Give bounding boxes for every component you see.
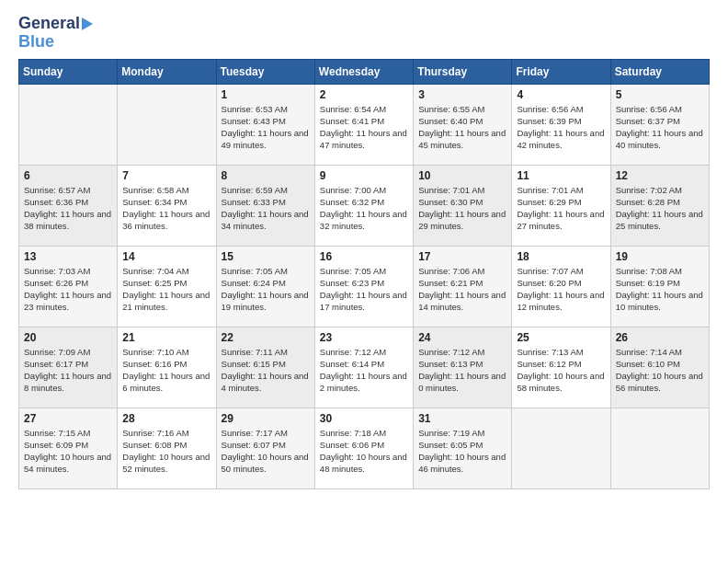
day-info: Sunrise: 6:58 AMSunset: 6:34 PMDaylight:… <box>122 184 210 233</box>
calendar-cell: 29Sunrise: 7:17 AMSunset: 6:07 PMDayligh… <box>216 408 314 488</box>
col-header-saturday: Saturday <box>610 59 709 84</box>
day-info: Sunrise: 7:11 AMSunset: 6:15 PMDaylight:… <box>222 346 310 395</box>
day-number: 5 <box>616 88 704 101</box>
calendar-cell: 27Sunrise: 7:15 AMSunset: 6:09 PMDayligh… <box>19 408 118 488</box>
logo-blue: Blue <box>18 33 54 52</box>
calendar-cell: 15Sunrise: 7:05 AMSunset: 6:24 PMDayligh… <box>216 246 314 327</box>
calendar-cell <box>118 84 216 165</box>
calendar-cell: 21Sunrise: 7:10 AMSunset: 6:16 PMDayligh… <box>118 327 216 408</box>
calendar-cell: 18Sunrise: 7:07 AMSunset: 6:20 PMDayligh… <box>512 246 610 327</box>
day-number: 29 <box>222 412 310 425</box>
day-info: Sunrise: 7:08 AMSunset: 6:19 PMDaylight:… <box>616 265 704 314</box>
day-info: Sunrise: 7:14 AMSunset: 6:10 PMDaylight:… <box>616 346 704 395</box>
day-info: Sunrise: 7:09 AMSunset: 6:17 PMDaylight:… <box>24 346 112 395</box>
calendar-cell: 11Sunrise: 7:01 AMSunset: 6:29 PMDayligh… <box>512 165 610 246</box>
calendar-cell: 28Sunrise: 7:16 AMSunset: 6:08 PMDayligh… <box>118 408 216 488</box>
day-info: Sunrise: 7:12 AMSunset: 6:13 PMDaylight:… <box>418 346 506 395</box>
day-number: 25 <box>517 331 605 344</box>
day-number: 4 <box>517 88 605 101</box>
day-number: 2 <box>320 88 408 101</box>
day-info: Sunrise: 6:57 AMSunset: 6:36 PMDaylight:… <box>24 184 112 233</box>
calendar-cell: 6Sunrise: 6:57 AMSunset: 6:36 PMDaylight… <box>19 165 118 246</box>
day-number: 14 <box>122 250 210 263</box>
day-number: 27 <box>24 412 112 425</box>
calendar-cell <box>610 408 709 488</box>
day-info: Sunrise: 7:07 AMSunset: 6:20 PMDaylight:… <box>517 265 605 314</box>
day-number: 19 <box>616 250 704 263</box>
col-header-wednesday: Wednesday <box>314 59 413 84</box>
calendar-week-1: 1Sunrise: 6:53 AMSunset: 6:43 PMDaylight… <box>19 84 710 165</box>
calendar-cell: 26Sunrise: 7:14 AMSunset: 6:10 PMDayligh… <box>610 327 709 408</box>
day-info: Sunrise: 7:03 AMSunset: 6:26 PMDaylight:… <box>24 265 112 314</box>
col-header-sunday: Sunday <box>19 59 118 84</box>
day-number: 18 <box>517 250 605 263</box>
day-info: Sunrise: 7:18 AMSunset: 6:06 PMDaylight:… <box>320 427 408 476</box>
calendar-cell: 16Sunrise: 7:05 AMSunset: 6:23 PMDayligh… <box>314 246 413 327</box>
day-info: Sunrise: 7:17 AMSunset: 6:07 PMDaylight:… <box>222 427 310 476</box>
day-info: Sunrise: 6:56 AMSunset: 6:39 PMDaylight:… <box>517 103 605 152</box>
calendar-cell: 1Sunrise: 6:53 AMSunset: 6:43 PMDaylight… <box>216 84 314 165</box>
calendar-week-4: 20Sunrise: 7:09 AMSunset: 6:17 PMDayligh… <box>19 327 710 408</box>
calendar-cell: 31Sunrise: 7:19 AMSunset: 6:05 PMDayligh… <box>414 408 512 488</box>
day-number: 13 <box>24 250 112 263</box>
calendar-cell: 14Sunrise: 7:04 AMSunset: 6:25 PMDayligh… <box>118 246 216 327</box>
calendar-cell: 30Sunrise: 7:18 AMSunset: 6:06 PMDayligh… <box>314 408 413 488</box>
col-header-tuesday: Tuesday <box>216 59 314 84</box>
day-number: 11 <box>517 169 605 182</box>
calendar-cell: 10Sunrise: 7:01 AMSunset: 6:30 PMDayligh… <box>414 165 512 246</box>
calendar-cell: 24Sunrise: 7:12 AMSunset: 6:13 PMDayligh… <box>414 327 512 408</box>
logo-arrow-icon <box>82 17 93 30</box>
col-header-thursday: Thursday <box>414 59 512 84</box>
day-number: 16 <box>320 250 408 263</box>
day-info: Sunrise: 7:10 AMSunset: 6:16 PMDaylight:… <box>122 346 210 395</box>
day-info: Sunrise: 6:59 AMSunset: 6:33 PMDaylight:… <box>222 184 310 233</box>
day-info: Sunrise: 7:01 AMSunset: 6:29 PMDaylight:… <box>517 184 605 233</box>
calendar-week-5: 27Sunrise: 7:15 AMSunset: 6:09 PMDayligh… <box>19 408 710 488</box>
day-number: 7 <box>122 169 210 182</box>
day-number: 26 <box>616 331 704 344</box>
day-info: Sunrise: 6:54 AMSunset: 6:41 PMDaylight:… <box>320 103 408 152</box>
calendar-cell: 4Sunrise: 6:56 AMSunset: 6:39 PMDaylight… <box>512 84 610 165</box>
day-info: Sunrise: 7:02 AMSunset: 6:28 PMDaylight:… <box>616 184 704 233</box>
day-number: 20 <box>24 331 112 344</box>
day-info: Sunrise: 7:19 AMSunset: 6:05 PMDaylight:… <box>418 427 506 476</box>
calendar-cell: 23Sunrise: 7:12 AMSunset: 6:14 PMDayligh… <box>314 327 413 408</box>
day-info: Sunrise: 7:04 AMSunset: 6:25 PMDaylight:… <box>122 265 210 314</box>
day-number: 28 <box>122 412 210 425</box>
day-info: Sunrise: 6:53 AMSunset: 6:43 PMDaylight:… <box>222 103 310 152</box>
calendar-cell: 12Sunrise: 7:02 AMSunset: 6:28 PMDayligh… <box>610 165 709 246</box>
day-info: Sunrise: 7:16 AMSunset: 6:08 PMDaylight:… <box>122 427 210 476</box>
day-info: Sunrise: 6:55 AMSunset: 6:40 PMDaylight:… <box>418 103 506 152</box>
day-number: 17 <box>418 250 506 263</box>
day-info: Sunrise: 7:05 AMSunset: 6:23 PMDaylight:… <box>320 265 408 314</box>
calendar-cell: 25Sunrise: 7:13 AMSunset: 6:12 PMDayligh… <box>512 327 610 408</box>
col-header-monday: Monday <box>118 59 216 84</box>
calendar-cell: 20Sunrise: 7:09 AMSunset: 6:17 PMDayligh… <box>19 327 118 408</box>
day-info: Sunrise: 7:15 AMSunset: 6:09 PMDaylight:… <box>24 427 112 476</box>
calendar-week-3: 13Sunrise: 7:03 AMSunset: 6:26 PMDayligh… <box>19 246 710 327</box>
calendar-cell: 5Sunrise: 6:56 AMSunset: 6:37 PMDaylight… <box>610 84 709 165</box>
calendar-header-row: SundayMondayTuesdayWednesdayThursdayFrid… <box>19 59 710 84</box>
day-info: Sunrise: 6:56 AMSunset: 6:37 PMDaylight:… <box>616 103 704 152</box>
day-number: 10 <box>418 169 506 182</box>
day-number: 6 <box>24 169 112 182</box>
day-info: Sunrise: 7:01 AMSunset: 6:30 PMDaylight:… <box>418 184 506 233</box>
calendar-cell: 17Sunrise: 7:06 AMSunset: 6:21 PMDayligh… <box>414 246 512 327</box>
day-number: 15 <box>222 250 310 263</box>
day-info: Sunrise: 7:00 AMSunset: 6:32 PMDaylight:… <box>320 184 408 233</box>
calendar-week-2: 6Sunrise: 6:57 AMSunset: 6:36 PMDaylight… <box>19 165 710 246</box>
day-number: 22 <box>222 331 310 344</box>
day-number: 24 <box>418 331 506 344</box>
calendar-cell: 19Sunrise: 7:08 AMSunset: 6:19 PMDayligh… <box>610 246 709 327</box>
calendar-cell <box>19 84 118 165</box>
calendar-cell: 8Sunrise: 6:59 AMSunset: 6:33 PMDaylight… <box>216 165 314 246</box>
day-info: Sunrise: 7:05 AMSunset: 6:24 PMDaylight:… <box>222 265 310 314</box>
day-number: 21 <box>122 331 210 344</box>
calendar-cell <box>512 408 610 488</box>
day-info: Sunrise: 7:06 AMSunset: 6:21 PMDaylight:… <box>418 265 506 314</box>
logo-general: General <box>18 15 80 33</box>
day-number: 3 <box>418 88 506 101</box>
calendar-table: SundayMondayTuesdayWednesdayThursdayFrid… <box>18 59 710 489</box>
page-header: General Blue <box>18 15 710 52</box>
day-number: 12 <box>616 169 704 182</box>
